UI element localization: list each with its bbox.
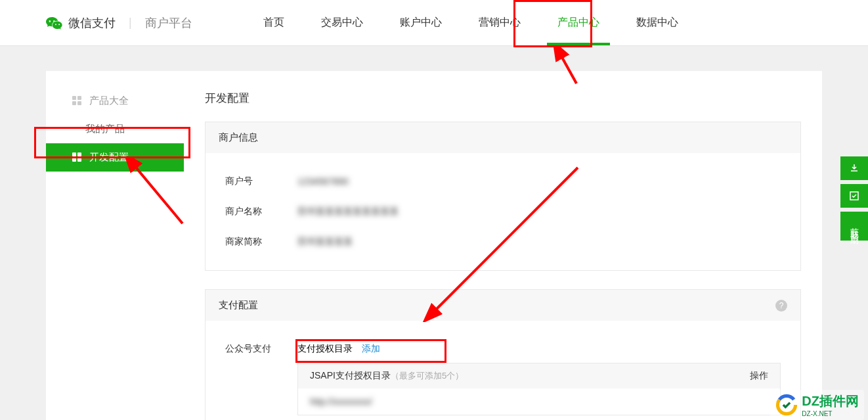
grid-icon <box>72 152 83 163</box>
nav-data[interactable]: 数据中心 <box>618 0 697 45</box>
brand-text: 微信支付 <box>68 15 116 31</box>
watermark: DZ插件网 DZ-X.NET <box>770 390 864 420</box>
sidebar-item-catalog[interactable]: 产品大全 <box>46 87 184 115</box>
nav-trade[interactable]: 交易中心 <box>303 0 381 45</box>
auth-dir-table: JSAPI支付授权目录（最多可添加5个） 操作 http://xxxxxxxx/ <box>297 363 781 415</box>
watermark-text: DZ插件网 DZ-X.NET <box>802 392 859 417</box>
merchant-name-value: 苏州某某某某某某某某某 <box>297 206 399 218</box>
sidebar-item-devconfig[interactable]: 开发配置 <box>46 143 184 172</box>
pubpay-content: 支付授权目录 添加 JSAPI支付授权目录（最多可添加5个） 操作 http:/… <box>297 343 781 415</box>
page-title: 开发配置 <box>184 91 822 122</box>
sidebar-item-myproducts[interactable]: 我的产品 <box>46 115 184 143</box>
logo: 微信支付 | 商户平台 <box>46 14 192 32</box>
wechat-logo-icon <box>46 14 63 32</box>
merchant-id-value: 1234567890 <box>297 176 349 187</box>
sidebar-item-label: 开发配置 <box>89 151 129 164</box>
row-label: 商家简称 <box>225 236 297 248</box>
merchant-row: 商户号 1234567890 <box>225 166 781 197</box>
merchant-info-panel: 商户信息 商户号 1234567890 商户名称 苏州某某某某某某某某某 商家简… <box>205 122 801 271</box>
edit-icon <box>849 191 859 201</box>
add-link[interactable]: 添加 <box>362 343 380 355</box>
merchant-row: 商家简称 苏州某某某某 <box>225 227 781 257</box>
merchant-short-value: 苏州某某某某 <box>297 236 353 248</box>
payconfig-panel-body: 公众号支付 支付授权目录 添加 JSAPI支付授权目录（最多可添加5个） 操作 <box>206 321 800 420</box>
float-help[interactable]: 获取帮助 <box>840 212 868 241</box>
float-download[interactable] <box>840 156 868 180</box>
auth-dir-head: 支付授权目录 添加 <box>297 343 781 355</box>
nav-home[interactable]: 首页 <box>245 0 303 45</box>
table-head: JSAPI支付授权目录（最多可添加5个） 操作 <box>298 363 780 388</box>
pubpay-row: 公众号支付 支付授权目录 添加 JSAPI支付授权目录（最多可添加5个） 操作 <box>225 334 781 420</box>
main: 产品大全 我的产品 开发配置 开发配置 商户信息 商户号 1234567890 … <box>0 46 868 420</box>
top-nav: 首页 交易中心 账户中心 营销中心 产品中心 数据中心 <box>245 0 697 45</box>
content: 开发配置 商户信息 商户号 1234567890 商户名称 苏州某某某某某某某某… <box>184 71 822 420</box>
sidebar: 产品大全 我的产品 开发配置 <box>46 71 184 420</box>
nav-marketing[interactable]: 营销中心 <box>460 0 539 45</box>
payconfig-panel-head: 支付配置 ? <box>206 290 800 321</box>
sidebar-item-label: 产品大全 <box>89 95 129 107</box>
sidebar-item-label: 我的产品 <box>85 123 125 135</box>
row-label: 公众号支付 <box>225 343 297 355</box>
row-label: 商户号 <box>225 175 297 187</box>
help-icon[interactable]: ? <box>775 300 787 312</box>
row-label: 商户名称 <box>225 206 297 218</box>
header: 微信支付 | 商户平台 首页 交易中心 账户中心 营销中心 产品中心 数据中心 <box>0 0 868 46</box>
divider: | <box>129 16 132 30</box>
float-edit[interactable] <box>840 184 868 208</box>
download-icon <box>849 163 859 174</box>
nav-product[interactable]: 产品中心 <box>539 0 618 45</box>
th-op: 操作 <box>750 370 768 382</box>
th-label: JSAPI支付授权目录（最多可添加5个） <box>310 370 464 382</box>
float-bar: 获取帮助 <box>840 156 868 241</box>
sub-brand: 商户平台 <box>145 15 192 31</box>
nav-account[interactable]: 账户中心 <box>381 0 460 45</box>
watermark-icon <box>775 394 798 416</box>
merchant-row: 商户名称 苏州某某某某某某某某某 <box>225 197 781 227</box>
merchant-panel-head: 商户信息 <box>206 122 800 153</box>
table-row: http://xxxxxxxx/ <box>298 388 780 415</box>
payconfig-panel: 支付配置 ? 公众号支付 支付授权目录 添加 JSAPI支付授 <box>205 289 801 420</box>
merchant-panel-body: 商户号 1234567890 商户名称 苏州某某某某某某某某某 商家简称 苏州某… <box>206 153 800 270</box>
grid-icon <box>72 96 83 106</box>
panel-title: 支付配置 <box>219 299 258 312</box>
auth-dir-label: 支付授权目录 <box>297 343 353 355</box>
